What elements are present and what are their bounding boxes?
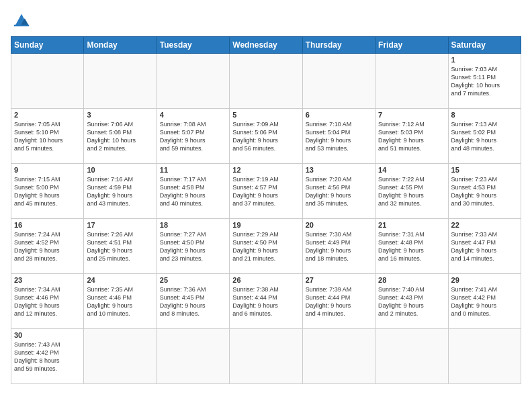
week-row-4: 16Sunrise: 7:24 AM Sunset: 4:52 PM Dayli…	[11, 219, 521, 274]
day-number: 15	[451, 166, 518, 174]
calendar-cell: 3Sunrise: 7:06 AM Sunset: 5:08 PM Daylig…	[84, 109, 157, 164]
day-number: 14	[378, 166, 445, 174]
calendar-cell: 7Sunrise: 7:12 AM Sunset: 5:03 PM Daylig…	[375, 109, 448, 164]
calendar-cell: 5Sunrise: 7:09 AM Sunset: 5:06 PM Daylig…	[230, 109, 302, 164]
cell-content: Sunrise: 7:30 AM Sunset: 4:49 PM Dayligh…	[306, 230, 372, 263]
day-number: 5	[232, 111, 299, 119]
calendar-cell	[448, 329, 521, 384]
cell-content: Sunrise: 7:41 AM Sunset: 4:42 PM Dayligh…	[451, 285, 518, 318]
cell-content: Sunrise: 7:27 AM Sunset: 4:50 PM Dayligh…	[160, 230, 226, 263]
day-number: 20	[306, 221, 372, 229]
calendar-cell: 17Sunrise: 7:26 AM Sunset: 4:51 PM Dayli…	[84, 219, 157, 274]
calendar-cell: 19Sunrise: 7:29 AM Sunset: 4:50 PM Dayli…	[230, 219, 302, 274]
week-row-2: 2Sunrise: 7:05 AM Sunset: 5:10 PM Daylig…	[11, 109, 521, 164]
day-number: 19	[232, 221, 299, 229]
cell-content: Sunrise: 7:08 AM Sunset: 5:07 PM Dayligh…	[160, 120, 226, 153]
cell-content: Sunrise: 7:24 AM Sunset: 4:52 PM Dayligh…	[14, 230, 81, 263]
day-number: 11	[160, 166, 226, 174]
day-number: 25	[160, 276, 226, 284]
day-number: 10	[87, 166, 153, 174]
cell-content: Sunrise: 7:15 AM Sunset: 5:00 PM Dayligh…	[14, 175, 81, 208]
weekday-header-wednesday: Wednesday	[230, 37, 302, 54]
calendar-cell: 25Sunrise: 7:36 AM Sunset: 4:45 PM Dayli…	[157, 274, 229, 329]
day-number: 12	[232, 166, 299, 174]
calendar: SundayMondayTuesdayWednesdayThursdayFrid…	[11, 36, 521, 384]
cell-content: Sunrise: 7:43 AM Sunset: 4:42 PM Dayligh…	[14, 340, 81, 373]
calendar-cell: 16Sunrise: 7:24 AM Sunset: 4:52 PM Dayli…	[11, 219, 84, 274]
calendar-cell: 26Sunrise: 7:38 AM Sunset: 4:44 PM Dayli…	[230, 274, 302, 329]
cell-content: Sunrise: 7:33 AM Sunset: 4:47 PM Dayligh…	[451, 230, 518, 263]
calendar-cell: 15Sunrise: 7:23 AM Sunset: 4:53 PM Dayli…	[448, 164, 521, 219]
day-number: 9	[14, 166, 81, 174]
header	[11, 11, 521, 30]
cell-content: Sunrise: 7:26 AM Sunset: 4:51 PM Dayligh…	[87, 230, 153, 263]
cell-content: Sunrise: 7:05 AM Sunset: 5:10 PM Dayligh…	[14, 120, 81, 153]
calendar-cell: 30Sunrise: 7:43 AM Sunset: 4:42 PM Dayli…	[11, 329, 84, 384]
calendar-cell: 20Sunrise: 7:30 AM Sunset: 4:49 PM Dayli…	[302, 219, 375, 274]
calendar-cell	[230, 329, 302, 384]
calendar-cell	[84, 329, 157, 384]
calendar-cell: 27Sunrise: 7:39 AM Sunset: 4:44 PM Dayli…	[302, 274, 375, 329]
day-number: 7	[378, 111, 445, 119]
day-number: 6	[306, 111, 372, 119]
day-number: 22	[451, 221, 518, 229]
calendar-cell: 13Sunrise: 7:20 AM Sunset: 4:56 PM Dayli…	[302, 164, 375, 219]
day-number: 1	[451, 56, 518, 64]
day-number: 8	[451, 111, 518, 119]
week-row-6: 30Sunrise: 7:43 AM Sunset: 4:42 PM Dayli…	[11, 329, 521, 384]
cell-content: Sunrise: 7:03 AM Sunset: 5:11 PM Dayligh…	[451, 65, 518, 98]
calendar-cell: 29Sunrise: 7:41 AM Sunset: 4:42 PM Dayli…	[448, 274, 521, 329]
calendar-cell: 4Sunrise: 7:08 AM Sunset: 5:07 PM Daylig…	[157, 109, 229, 164]
cell-content: Sunrise: 7:17 AM Sunset: 4:58 PM Dayligh…	[160, 175, 226, 208]
calendar-cell	[157, 329, 229, 384]
calendar-cell	[375, 329, 448, 384]
day-number: 23	[14, 276, 81, 284]
calendar-cell	[157, 54, 229, 109]
cell-content: Sunrise: 7:12 AM Sunset: 5:03 PM Dayligh…	[378, 120, 445, 153]
cell-content: Sunrise: 7:09 AM Sunset: 5:06 PM Dayligh…	[232, 120, 299, 153]
cell-content: Sunrise: 7:34 AM Sunset: 4:46 PM Dayligh…	[14, 285, 81, 318]
calendar-cell	[302, 329, 375, 384]
day-number: 2	[14, 111, 81, 119]
weekday-header-saturday: Saturday	[448, 37, 521, 54]
calendar-cell	[84, 54, 157, 109]
cell-content: Sunrise: 7:39 AM Sunset: 4:44 PM Dayligh…	[306, 285, 372, 318]
svg-rect-2	[14, 25, 29, 26]
calendar-cell: 12Sunrise: 7:19 AM Sunset: 4:57 PM Dayli…	[230, 164, 302, 219]
day-number: 3	[87, 111, 153, 119]
calendar-cell: 11Sunrise: 7:17 AM Sunset: 4:58 PM Dayli…	[157, 164, 229, 219]
calendar-cell: 6Sunrise: 7:10 AM Sunset: 5:04 PM Daylig…	[302, 109, 375, 164]
cell-content: Sunrise: 7:10 AM Sunset: 5:04 PM Dayligh…	[306, 120, 372, 153]
day-number: 30	[14, 331, 81, 339]
calendar-cell: 23Sunrise: 7:34 AM Sunset: 4:46 PM Dayli…	[11, 274, 84, 329]
weekday-header-row: SundayMondayTuesdayWednesdayThursdayFrid…	[11, 37, 521, 54]
day-number: 24	[87, 276, 153, 284]
logo-icon	[11, 11, 32, 30]
day-number: 17	[87, 221, 153, 229]
cell-content: Sunrise: 7:35 AM Sunset: 4:46 PM Dayligh…	[87, 285, 153, 318]
calendar-cell	[230, 54, 302, 109]
cell-content: Sunrise: 7:31 AM Sunset: 4:48 PM Dayligh…	[378, 230, 445, 263]
cell-content: Sunrise: 7:22 AM Sunset: 4:55 PM Dayligh…	[378, 175, 445, 208]
cell-content: Sunrise: 7:20 AM Sunset: 4:56 PM Dayligh…	[306, 175, 372, 208]
cell-content: Sunrise: 7:19 AM Sunset: 4:57 PM Dayligh…	[232, 175, 299, 208]
cell-content: Sunrise: 7:16 AM Sunset: 4:59 PM Dayligh…	[87, 175, 153, 208]
weekday-header-friday: Friday	[375, 37, 448, 54]
calendar-cell: 1Sunrise: 7:03 AM Sunset: 5:11 PM Daylig…	[448, 54, 521, 109]
calendar-cell	[11, 54, 84, 109]
calendar-cell: 14Sunrise: 7:22 AM Sunset: 4:55 PM Dayli…	[375, 164, 448, 219]
calendar-cell: 9Sunrise: 7:15 AM Sunset: 5:00 PM Daylig…	[11, 164, 84, 219]
cell-content: Sunrise: 7:23 AM Sunset: 4:53 PM Dayligh…	[451, 175, 518, 208]
cell-content: Sunrise: 7:40 AM Sunset: 4:43 PM Dayligh…	[378, 285, 445, 318]
calendar-cell	[375, 54, 448, 109]
week-row-3: 9Sunrise: 7:15 AM Sunset: 5:00 PM Daylig…	[11, 164, 521, 219]
cell-content: Sunrise: 7:13 AM Sunset: 5:02 PM Dayligh…	[451, 120, 518, 153]
calendar-cell: 28Sunrise: 7:40 AM Sunset: 4:43 PM Dayli…	[375, 274, 448, 329]
day-number: 27	[306, 276, 372, 284]
week-row-5: 23Sunrise: 7:34 AM Sunset: 4:46 PM Dayli…	[11, 274, 521, 329]
calendar-cell: 10Sunrise: 7:16 AM Sunset: 4:59 PM Dayli…	[84, 164, 157, 219]
day-number: 16	[14, 221, 81, 229]
day-number: 4	[160, 111, 226, 119]
calendar-cell: 21Sunrise: 7:31 AM Sunset: 4:48 PM Dayli…	[375, 219, 448, 274]
day-number: 26	[232, 276, 299, 284]
